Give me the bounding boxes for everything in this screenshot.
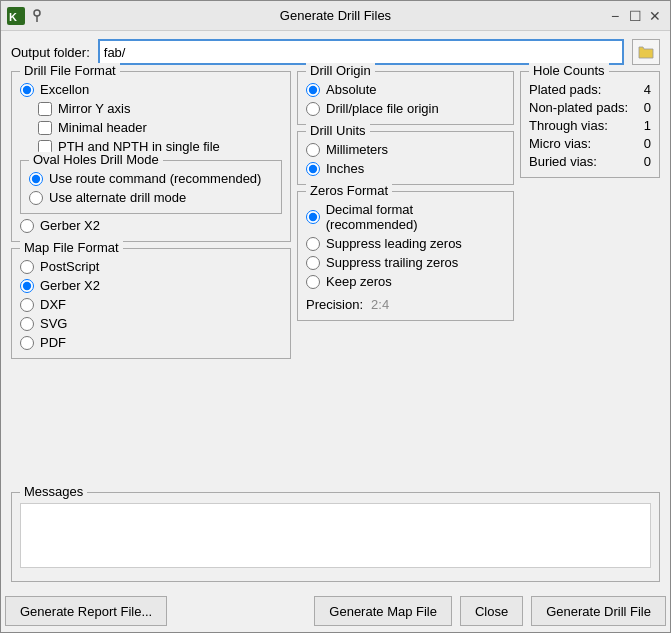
svg-text:K: K (9, 11, 17, 23)
svg-option[interactable]: SVG (20, 316, 282, 331)
map-file-format-content: PostScript Gerber X2 DXF SVG (20, 259, 282, 350)
output-folder-row: Output folder: (11, 39, 660, 65)
output-folder-label: Output folder: (11, 45, 90, 60)
svg-radio[interactable] (20, 317, 34, 331)
drill-file-format-title: Drill File Format (20, 63, 120, 78)
drill-origin-content: Absolute Drill/place file origin (306, 82, 505, 116)
drill-origin-title: Drill Origin (306, 63, 375, 78)
maximize-button[interactable]: ☐ (626, 7, 644, 25)
drill-file-format-content: Excellon Mirror Y axis Minimal header (20, 82, 282, 233)
through-vias-value: 1 (644, 118, 651, 133)
drill-place-option[interactable]: Drill/place file origin (306, 101, 505, 116)
drill-units-title: Drill Units (306, 123, 370, 138)
use-route-option[interactable]: Use route command (recommended) (29, 171, 273, 186)
drill-place-radio[interactable] (306, 102, 320, 116)
panel-mid: Drill Origin Absolute Drill/place file o… (297, 71, 514, 486)
minimize-button[interactable]: − (606, 7, 624, 25)
drill-origin-group: Drill Origin Absolute Drill/place file o… (297, 71, 514, 125)
gerber-x2-map-radio[interactable] (20, 279, 34, 293)
main-panels: Drill File Format Excellon Mirror Y axis (11, 71, 660, 486)
suppress-trailing-radio[interactable] (306, 256, 320, 270)
excellon-radio[interactable] (20, 83, 34, 97)
inches-option[interactable]: Inches (306, 161, 505, 176)
hole-counts-group: Hole Counts Plated pads: 4 Non-plated pa… (520, 71, 660, 178)
absolute-radio[interactable] (306, 83, 320, 97)
pdf-label: PDF (40, 335, 66, 350)
millimeters-radio[interactable] (306, 143, 320, 157)
use-alternate-label: Use alternate drill mode (49, 190, 186, 205)
plated-pads-row: Plated pads: 4 (529, 82, 651, 97)
absolute-option[interactable]: Absolute (306, 82, 505, 97)
buried-vias-label: Buried vias: (529, 154, 597, 169)
micro-vias-label: Micro vias: (529, 136, 591, 151)
suppress-leading-radio[interactable] (306, 237, 320, 251)
zeros-format-group: Zeros Format Decimal format (recommended… (297, 191, 514, 321)
gerber-x2-drill-option[interactable]: Gerber X2 (20, 218, 282, 233)
absolute-label: Absolute (326, 82, 377, 97)
minimal-header-option[interactable]: Minimal header (20, 120, 282, 135)
suppress-leading-label: Suppress leading zeros (326, 236, 462, 251)
browse-folder-button[interactable] (632, 39, 660, 65)
minimal-header-label: Minimal header (58, 120, 147, 135)
gerber-x2-drill-label: Gerber X2 (40, 218, 100, 233)
gerber-x2-map-option[interactable]: Gerber X2 (20, 278, 282, 293)
use-route-label: Use route command (recommended) (49, 171, 261, 186)
title-bar: K Generate Drill Files − ☐ ✕ (1, 1, 670, 31)
use-alternate-option[interactable]: Use alternate drill mode (29, 190, 273, 205)
output-folder-input[interactable] (98, 39, 624, 65)
mirror-y-option[interactable]: Mirror Y axis (20, 101, 282, 116)
hole-counts-content: Plated pads: 4 Non-plated pads: 0 Throug… (529, 82, 651, 169)
decimal-radio[interactable] (306, 210, 320, 224)
inches-radio[interactable] (306, 162, 320, 176)
generate-map-button[interactable]: Generate Map File (314, 596, 452, 626)
drill-place-label: Drill/place file origin (326, 101, 439, 116)
content-area: Output folder: Drill File Format Exce (1, 31, 670, 590)
through-vias-row: Through vias: 1 (529, 118, 651, 133)
close-window-button[interactable]: ✕ (646, 7, 664, 25)
dxf-radio[interactable] (20, 298, 34, 312)
close-button[interactable]: Close (460, 596, 523, 626)
keep-zeros-option[interactable]: Keep zeros (306, 274, 505, 289)
window-title: Generate Drill Files (280, 8, 391, 23)
panel-right: Hole Counts Plated pads: 4 Non-plated pa… (520, 71, 660, 486)
pin-icon (29, 8, 45, 24)
oval-holes-content: Use route command (recommended) Use alte… (29, 171, 273, 205)
plated-pads-value: 4 (644, 82, 651, 97)
mirror-y-checkbox[interactable] (38, 102, 52, 116)
minimal-header-checkbox[interactable] (38, 121, 52, 135)
main-window: K Generate Drill Files − ☐ ✕ Output fold… (0, 0, 671, 633)
plated-pads-label: Plated pads: (529, 82, 601, 97)
precision-label: Precision: (306, 297, 363, 312)
postscript-radio[interactable] (20, 260, 34, 274)
mirror-y-label: Mirror Y axis (58, 101, 130, 116)
through-vias-label: Through vias: (529, 118, 608, 133)
bottom-buttons: Generate Report File... Generate Map Fil… (1, 590, 670, 632)
non-plated-pads-value: 0 (644, 100, 651, 115)
millimeters-label: Millimeters (326, 142, 388, 157)
pdf-radio[interactable] (20, 336, 34, 350)
drill-file-format-group: Drill File Format Excellon Mirror Y axis (11, 71, 291, 242)
excellon-option[interactable]: Excellon (20, 82, 282, 97)
keep-zeros-radio[interactable] (306, 275, 320, 289)
pdf-option[interactable]: PDF (20, 335, 282, 350)
zeros-format-content: Decimal format (recommended) Suppress le… (306, 202, 505, 312)
use-route-radio[interactable] (29, 172, 43, 186)
suppress-leading-option[interactable]: Suppress leading zeros (306, 236, 505, 251)
use-alternate-radio[interactable] (29, 191, 43, 205)
oval-holes-title: Oval Holes Drill Mode (29, 152, 163, 167)
decimal-option[interactable]: Decimal format (recommended) (306, 202, 505, 232)
suppress-trailing-option[interactable]: Suppress trailing zeros (306, 255, 505, 270)
decimal-label: Decimal format (recommended) (326, 202, 505, 232)
app-icon: K (7, 7, 25, 25)
messages-title: Messages (20, 484, 87, 499)
millimeters-option[interactable]: Millimeters (306, 142, 505, 157)
generate-report-button[interactable]: Generate Report File... (5, 596, 167, 626)
generate-drill-button[interactable]: Generate Drill File (531, 596, 666, 626)
dxf-option[interactable]: DXF (20, 297, 282, 312)
gerber-x2-drill-radio[interactable] (20, 219, 34, 233)
title-bar-icons: K (1, 7, 45, 25)
folder-icon (638, 45, 654, 59)
messages-textarea[interactable] (20, 503, 651, 568)
buried-vias-row: Buried vias: 0 (529, 154, 651, 169)
postscript-option[interactable]: PostScript (20, 259, 282, 274)
